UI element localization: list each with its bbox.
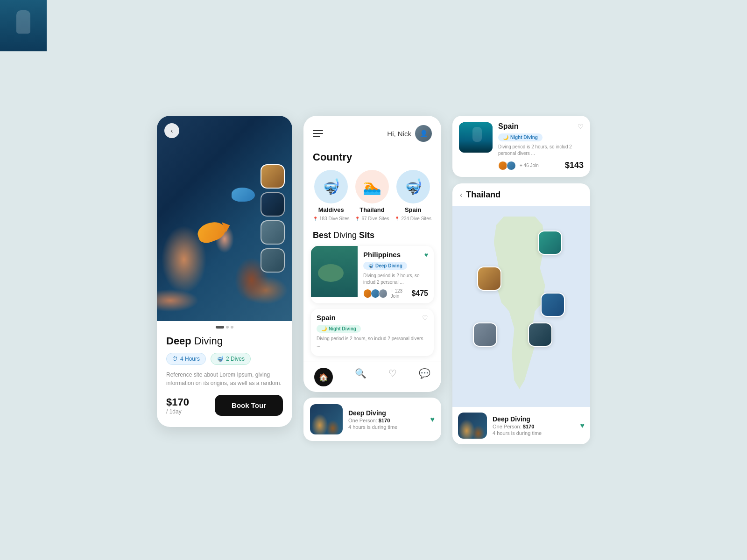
thailand-name: Thailand bbox=[359, 206, 384, 213]
dives-label: 2 Dives bbox=[226, 356, 245, 362]
spain-night-badge: 🌙 Night Diving bbox=[498, 133, 543, 141]
avatar-3 bbox=[379, 289, 388, 298]
menu-button[interactable] bbox=[313, 130, 323, 137]
spain-top-card: Spain ♡ 🌙 Night Diving Diving period is … bbox=[452, 116, 590, 177]
screen3-wrapper: Spain ♡ 🌙 Night Diving Diving period is … bbox=[452, 116, 590, 444]
pin-icon-3: 📍 bbox=[395, 217, 400, 221]
map-pin-2[interactable] bbox=[477, 266, 501, 291]
back-button[interactable]: ‹ bbox=[164, 123, 179, 138]
country-maldives[interactable]: 🤿 Maldives 📍183 Dive Sites bbox=[313, 170, 349, 221]
spain-card-inner: Spain ♡ 🌙Night Diving Diving period is 2… bbox=[311, 309, 434, 356]
app-container: ‹ Deep Diving ⏱ 4 Hours bbox=[157, 116, 590, 444]
dive-title-row: Deep Diving bbox=[166, 335, 283, 347]
dot-2[interactable] bbox=[226, 326, 229, 329]
map-bc-favorite[interactable]: ♥ bbox=[580, 421, 585, 430]
spain-content: Spain ♡ 🌙Night Diving Diving period is 2… bbox=[311, 309, 434, 356]
detail-info: Deep Diving ⏱ 4 Hours 🤿 2 Dives Referenc… bbox=[157, 331, 292, 427]
search-icon: 🔍 bbox=[355, 368, 366, 379]
country-thailand[interactable]: 🏊 Thailand 📍67 Dive Sites bbox=[355, 170, 389, 221]
image-dots bbox=[157, 321, 292, 331]
one-person-label: One Person: bbox=[348, 418, 377, 423]
spain-diver-shape bbox=[472, 127, 482, 142]
heart-nav-icon: ♡ bbox=[388, 368, 397, 379]
featured-info: Deep Diving One Person: $170 4 hours is … bbox=[348, 409, 425, 430]
spain-av-2 bbox=[507, 161, 516, 170]
map-pin-1[interactable] bbox=[538, 231, 562, 255]
thailand-sites: 📍67 Dive Sites bbox=[355, 216, 389, 221]
spain-sites: 📍234 Dive Sites bbox=[395, 216, 431, 221]
map-header: ‹ Thailand bbox=[452, 183, 590, 206]
nav-messages[interactable]: 💬 bbox=[419, 368, 430, 386]
spain-join-info: + 46 Join bbox=[498, 161, 539, 170]
price-amount: $170 bbox=[166, 396, 189, 408]
map-bc-info: Deep Diving One Person: $170 4 hours is … bbox=[493, 415, 575, 436]
thumbnail-2[interactable] bbox=[261, 192, 285, 217]
philippines-name: Philippines bbox=[363, 251, 401, 259]
hours-icon: ⏱ bbox=[172, 356, 178, 362]
map-bc-price-row: One Person: $170 bbox=[493, 424, 575, 429]
maldives-diver-icon: 🤿 bbox=[322, 178, 340, 196]
featured-favorite[interactable]: ♥ bbox=[430, 415, 435, 424]
price-block: $170 / 1day bbox=[166, 396, 189, 415]
map-title: Thailand bbox=[466, 190, 500, 200]
best-diving-title: Best Diving Sits bbox=[303, 229, 441, 246]
country-spain[interactable]: 🤿 Spain 📍234 Dive Sites bbox=[395, 170, 431, 221]
dot-1[interactable] bbox=[216, 326, 224, 329]
map-bottom-card: Deep Diving One Person: $170 4 hours is … bbox=[452, 407, 590, 444]
philippines-favorite[interactable]: ♥ bbox=[424, 251, 428, 259]
thumbnail-1[interactable] bbox=[261, 164, 285, 189]
greeting-label: Hi, Nick bbox=[387, 130, 411, 138]
dive-title-bold: Deep bbox=[166, 335, 191, 347]
tags-row: ⏱ 4 Hours 🤿 2 Dives bbox=[166, 353, 283, 365]
night-icon: 🌙 bbox=[321, 326, 327, 331]
ham-line-1 bbox=[313, 130, 323, 131]
map-bc-price: $170 bbox=[523, 424, 534, 429]
dot-3[interactable] bbox=[231, 326, 233, 329]
thumbnail-strip bbox=[261, 164, 285, 273]
nav-home[interactable]: 🏠 bbox=[314, 368, 333, 386]
spain-top-info: Spain ♡ 🌙 Night Diving Diving period is … bbox=[498, 122, 584, 170]
featured-card: Deep Diving One Person: $170 4 hours is … bbox=[303, 398, 441, 441]
spain-dive-card[interactable]: Spain ♡ 🌙Night Diving Diving period is 2… bbox=[311, 309, 434, 356]
dives-icon: 🤿 bbox=[217, 356, 224, 362]
hours-tag: ⏱ 4 Hours bbox=[166, 353, 206, 365]
philippines-card[interactable]: Philippines ♥ 🤿Deep Diving Diving period… bbox=[311, 246, 434, 303]
map-pin-4[interactable] bbox=[473, 322, 497, 347]
philippines-desc: Diving period is 2 hours, so includ 2 pe… bbox=[363, 273, 428, 286]
map-bc-image bbox=[458, 413, 487, 439]
maldives-name: Maldives bbox=[318, 206, 344, 213]
screen-detail: ‹ Deep Diving ⏱ 4 Hours bbox=[157, 116, 292, 427]
book-tour-button[interactable]: Book Tour bbox=[215, 395, 283, 416]
screen2-wrapper: Hi, Nick 👤 Country 🤿 Maldives 📍183 Dive … bbox=[303, 116, 441, 441]
pin-icon-2: 📍 bbox=[355, 217, 360, 221]
join-count: + 123 Join bbox=[391, 288, 412, 299]
spain-join-count: + 46 Join bbox=[520, 163, 539, 168]
nav-search[interactable]: 🔍 bbox=[355, 368, 366, 386]
chat-icon: 💬 bbox=[419, 368, 430, 379]
nav-favorites[interactable]: ♡ bbox=[388, 368, 397, 386]
card-inner: Philippines ♥ 🤿Deep Diving Diving period… bbox=[311, 246, 434, 303]
thumbnail-3[interactable] bbox=[261, 220, 285, 245]
hero-image: ‹ bbox=[157, 116, 292, 321]
user-avatar[interactable]: 👤 bbox=[415, 125, 432, 142]
featured-price-row: One Person: $170 bbox=[348, 418, 425, 423]
spain-top-image bbox=[459, 122, 493, 153]
map-pin-3[interactable] bbox=[541, 293, 565, 317]
dives-tag: 🤿 2 Dives bbox=[211, 353, 251, 365]
featured-price: $170 bbox=[379, 418, 390, 423]
spain-favorite[interactable]: ♡ bbox=[422, 314, 428, 322]
map-pin-5[interactable] bbox=[528, 322, 552, 347]
hours-label: 4 Hours bbox=[180, 356, 200, 362]
maldives-circle: 🤿 bbox=[314, 170, 348, 203]
map-back-button[interactable]: ‹ bbox=[460, 191, 462, 199]
featured-image bbox=[310, 404, 343, 434]
sits-label: Sits bbox=[359, 231, 374, 240]
spain-card-header: Spain ♡ bbox=[317, 314, 428, 322]
dive-description: Reference site about Lorem Ipsum, giving… bbox=[166, 371, 283, 387]
thumbnail-4[interactable] bbox=[261, 248, 285, 273]
map-bc-duration: 4 hours is during time bbox=[493, 430, 575, 436]
home-icon: 🏠 bbox=[314, 368, 333, 386]
map-screen: ‹ Thailand Deep Diving bbox=[452, 183, 590, 444]
spain-top-favorite[interactable]: ♡ bbox=[578, 123, 584, 130]
thailand-circle: 🏊 bbox=[355, 170, 389, 203]
